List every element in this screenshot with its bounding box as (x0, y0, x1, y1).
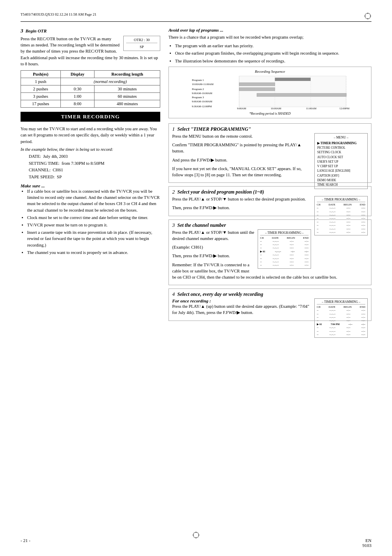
list-item: TV/VCR power must be turn on to program … (27, 222, 160, 228)
length-17: 480 minutes (95, 100, 160, 108)
tp-header-4: CHDATEBEGINEND (317, 305, 365, 308)
table-row: 17 pushes 8:00 480 minutes (21, 100, 160, 108)
otr-table: Push(es) Display Recording length 1 push… (21, 70, 160, 108)
svg-point-0 (365, 13, 371, 19)
footer-crosshair-icon (192, 531, 200, 539)
example-setting: SETTING TIME: from 7:30PM to 8:50PM (29, 160, 160, 167)
step-2-header: 2 Select your desired program position (… (172, 189, 368, 195)
recording-sequence-chart: Recording Sequence Program 1 10:00AM-11:… (168, 67, 371, 118)
menu-item-picture: PICTURE CONTROL (317, 145, 365, 150)
menu-item-auto-clock: AUTO CLOCK SET (317, 155, 365, 159)
tp-header-3: CHDATEBEGINEND (260, 236, 309, 239)
header-crosshair-area (364, 12, 371, 20)
svg-rect-17 (275, 78, 311, 81)
avoid-overlap-body: There is a chance that a program will no… (168, 34, 371, 40)
timer-recording-section: TIMER RECORDING You may set the TV/VCR t… (21, 112, 160, 256)
tp-title-2: – TIMER PROGRAMMING – (317, 198, 365, 202)
tp-row: ----.--.----:----:-- (260, 260, 309, 263)
svg-text:9:00AM-10:00AM: 9:00AM-10:00AM (192, 92, 212, 95)
chart-title: Recording Sequence (172, 69, 368, 74)
footer-model: 9103 (362, 543, 371, 548)
timer-prog-display-4: – TIMER PROGRAMMING – CHDATEBEGINEND ---… (314, 298, 368, 338)
menu-item-timer: ▶ TIMER PROGRAMMING (317, 141, 365, 145)
svg-text:9:30AM-12:00PM: 9:30AM-12:00PM (192, 105, 212, 108)
avoid-overlap-section: Avoid over lap of programs ... There is … (168, 28, 371, 118)
step-1-container: 1 Select "TIMER PROGRAMMING" – MENU – ▶ … (168, 123, 371, 183)
tp-row: ----.--.----:----:-- (260, 257, 309, 260)
svg-text:Program 3: Program 3 (192, 96, 204, 99)
push-17: 17 pushes (21, 100, 61, 108)
date-label: DATE: (29, 154, 41, 159)
tp-row: ----.--.----:----:-- (317, 220, 365, 224)
otr-display-bottom: SP (126, 45, 157, 49)
page: T5403/7403UD.QX33 02.12.24 11:58 AM Page… (0, 0, 392, 556)
col-length: Recording length (95, 71, 160, 78)
list-item: If a cable box or satellite box is conne… (27, 188, 160, 213)
menu-item-clock: SETTING CLOCK (317, 150, 365, 155)
length-2: 30 minutes (95, 85, 160, 93)
menu-item-users-set: USER'S SET UP (317, 159, 365, 164)
tp-row: ----.--.----:----:-- (317, 224, 365, 227)
step-4-container: 4 Select once, every day or weekly recor… (168, 288, 371, 321)
otr-heading: 3 Begin OTR (21, 28, 160, 34)
timer-recording-header: TIMER RECORDING (21, 112, 160, 122)
tp-row: ----.--.----:----:-- (317, 231, 365, 234)
date-val: July 4th, 2003 (43, 154, 68, 159)
tp-row: ----.--.----:----:-- (260, 243, 309, 246)
svg-rect-19 (239, 88, 275, 91)
example-block: DATE: July 4th, 2003 SETTING TIME: from … (29, 153, 160, 181)
footer-lang: EN (365, 538, 371, 543)
right-column: Avoid over lap of programs ... There is … (168, 28, 371, 339)
col-display: Display (60, 71, 95, 78)
avoid-overlap-list: The program with an earlier start has pr… (175, 43, 371, 64)
tp-row: ----.--.----:----:-- (260, 253, 309, 256)
tp-row: ----.--.----:----:-- (317, 210, 365, 213)
list-item: Insert a cassette tape with its erase pr… (27, 229, 160, 248)
display-3: 1:00 (60, 93, 95, 100)
svg-text:12:00PM: 12:00PM (339, 107, 349, 110)
timer-prog-display-2: – TIMER PROGRAMMING – CHDATEBEGINEND ---… (314, 196, 368, 235)
svg-text:Program 1: Program 1 (192, 78, 204, 82)
menu-item-caption: CAPTION [OFF] (317, 173, 365, 178)
svg-text:10:00AM-11:00AM: 10:00AM-11:00AM (192, 83, 214, 85)
svg-rect-20 (257, 93, 346, 97)
otr-display-top: OTR2 : 30 (126, 38, 157, 43)
list-item: Once the earliest program finishes, the … (175, 50, 371, 56)
page-header: T5403/7403UD.QX33 02.12.24 11:58 AM Page… (21, 12, 371, 22)
footer-center (192, 531, 200, 540)
tp-row: ----.--.----:----:-- (317, 309, 365, 312)
left-column: 3 Begin OTR OTR2 : 30 SP Press the REC/O… (21, 28, 160, 339)
tp-title-3: – TIMER PROGRAMMING – (260, 231, 309, 235)
table-row: 3 pushes 1:00 60 minutes (21, 93, 160, 100)
avoid-overlap-title: Avoid over lap of programs ... (168, 28, 371, 32)
col-pushes: Push(es) (21, 71, 61, 78)
tp-row: ----.--.----:----:-- (317, 330, 365, 333)
svg-text:9:00AM-10:00AM: 9:00AM-10:00AM (192, 100, 212, 103)
tp-row: ----.--.----:----:-- (317, 326, 365, 329)
timer-body1: You may set the TV/VCR to start and end … (21, 126, 160, 145)
tp-row: ----.--.----:----:-- (260, 246, 309, 249)
list-item: The channel you want to record is proper… (27, 249, 160, 256)
tp-row: ----.--.----:----:-- (317, 213, 365, 217)
chart-svg: Program 1 10:00AM-11:00AM Program 2 9:00… (172, 75, 368, 110)
tape-val: SP (57, 175, 62, 179)
make-sure-list: If a cable box or satellite box is conne… (27, 188, 160, 256)
tape-label: TAPE SPEED: (29, 175, 55, 179)
crosshair-icon (364, 12, 371, 20)
page-number: - 21 - (21, 538, 30, 548)
setting-val: from 7:30PM to 8:50PM (62, 161, 104, 166)
chart-note: *Recording period is SHADED (172, 112, 368, 115)
tp-header-2: CHDATEBEGINEND (317, 203, 365, 206)
normal-rec: (normal recording) (60, 78, 160, 85)
push-2: 2 pushes (21, 85, 61, 93)
tp-row: ▶ 617/04 PM--:----:-- (317, 323, 365, 326)
svg-text:10:00AM: 10:00AM (271, 107, 281, 110)
step-1-header: 1 Select "TIMER PROGRAMMING" (172, 126, 368, 132)
list-item: Clock must be set to the correct time an… (27, 215, 160, 221)
main-content: 3 Begin OTR OTR2 : 30 SP Press the REC/O… (21, 28, 371, 339)
tp-row: ----.--.----:----:-- (317, 206, 365, 210)
svg-point-25 (193, 532, 199, 538)
svg-text:9:00AM: 9:00AM (237, 107, 246, 110)
page-footer: - 21 - EN 9103 (0, 538, 392, 548)
menu-item-lang: LANGUAGE [ENGLISH] (317, 168, 365, 173)
